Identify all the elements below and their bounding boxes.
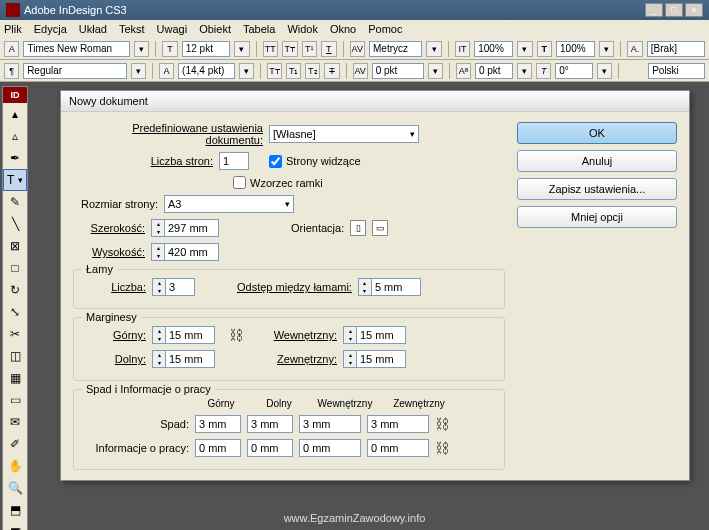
margin-bottom-input[interactable]: ▴▾: [152, 350, 215, 368]
bleed-label: Spad:: [84, 418, 189, 430]
smallcaps-icon[interactable]: Tᴛ: [282, 41, 297, 57]
superscript-icon[interactable]: T¹: [302, 41, 317, 57]
line-tool[interactable]: ╲: [3, 213, 27, 235]
eyedropper-tool[interactable]: ✐: [3, 433, 27, 455]
note-tool[interactable]: ✉: [3, 411, 27, 433]
preset-select[interactable]: [Własne]: [269, 125, 419, 143]
bleed-bottom-input[interactable]: [247, 415, 293, 433]
minimize-button[interactable]: _: [645, 3, 663, 17]
menu-okno[interactable]: Okno: [330, 23, 356, 35]
margin-outside-label: Zewnętrzny:: [257, 353, 337, 365]
link-bleed-icon[interactable]: ⛓: [435, 416, 449, 432]
dropdown-icon[interactable]: ▾: [426, 41, 441, 57]
zoom-tool[interactable]: 🔍: [3, 477, 27, 499]
fewer-options-button[interactable]: Mniej opcji: [517, 206, 677, 228]
button-tool[interactable]: ▭: [3, 389, 27, 411]
menu-uwagi[interactable]: Uwagi: [157, 23, 188, 35]
ok-button[interactable]: OK: [517, 122, 677, 144]
columns-count-input[interactable]: ▴▾: [152, 278, 195, 296]
tracking-field[interactable]: 0 pkt: [372, 63, 424, 79]
free-transform-tool[interactable]: ◫: [3, 345, 27, 367]
font-weight-field[interactable]: Regular: [23, 63, 127, 79]
caps-icon[interactable]: Tᴛ: [267, 63, 282, 79]
subscript2-icon[interactable]: T₂: [305, 63, 320, 79]
app-icon: [6, 3, 20, 17]
rectangle-tool[interactable]: □: [3, 257, 27, 279]
gradient-tool[interactable]: ▦: [3, 367, 27, 389]
rectangle-frame-tool[interactable]: ⊠: [3, 235, 27, 257]
para-panel-icon[interactable]: ¶: [4, 63, 19, 79]
menu-plik[interactable]: Plik: [4, 23, 22, 35]
hscale-field[interactable]: 100%: [474, 41, 513, 57]
selection-tool[interactable]: ▴: [3, 103, 27, 125]
close-button[interactable]: ×: [685, 3, 703, 17]
height-label: Wysokość:: [73, 246, 145, 258]
hand-tool[interactable]: ✋: [3, 455, 27, 477]
menu-tabela[interactable]: Tabela: [243, 23, 275, 35]
width-input[interactable]: ▴▾: [151, 219, 219, 237]
bleed-outside-input[interactable]: [367, 415, 429, 433]
cancel-button[interactable]: Anuluj: [517, 150, 677, 172]
leading-field[interactable]: (14,4 pkt): [178, 63, 235, 79]
dropdown-icon[interactable]: ▾: [517, 63, 532, 79]
menu-edycja[interactable]: Edycja: [34, 23, 67, 35]
baseline-field[interactable]: 0 pkt: [475, 63, 513, 79]
bleed-inside-input[interactable]: [299, 415, 361, 433]
dropdown-icon[interactable]: ▾: [597, 63, 612, 79]
master-frame-checkbox[interactable]: Wzorzec ramki: [233, 176, 323, 189]
rotate-tool[interactable]: ↻: [3, 279, 27, 301]
font-size-field[interactable]: 12 pkt: [182, 41, 230, 57]
slug-outside-input[interactable]: [367, 439, 429, 457]
bleed-top-input[interactable]: [195, 415, 241, 433]
direct-selection-tool[interactable]: ▵: [3, 125, 27, 147]
menu-tekst[interactable]: Tekst: [119, 23, 145, 35]
dropdown-icon[interactable]: ▾: [428, 63, 443, 79]
skew-field[interactable]: 0°: [555, 63, 593, 79]
menu-widok[interactable]: Widok: [287, 23, 318, 35]
dropdown-icon[interactable]: ▾: [234, 41, 249, 57]
orientation-landscape[interactable]: ▭: [372, 220, 388, 236]
link-margins-icon[interactable]: ⛓: [229, 327, 243, 343]
underline-icon[interactable]: T: [321, 41, 336, 57]
vscale-field[interactable]: 100%: [556, 41, 595, 57]
pages-input[interactable]: [219, 152, 249, 170]
dropdown-icon[interactable]: ▾: [599, 41, 614, 57]
char-style-field[interactable]: [Brak]: [647, 41, 705, 57]
link-slug-icon[interactable]: ⛓: [435, 440, 449, 456]
fill-stroke-swap[interactable]: ⬒: [3, 499, 27, 521]
scissors-tool[interactable]: ✂: [3, 323, 27, 345]
margin-top-input[interactable]: ▴▾: [152, 326, 215, 344]
language-field[interactable]: Polski: [648, 63, 705, 79]
save-preset-button[interactable]: Zapisz ustawienia...: [517, 178, 677, 200]
facing-pages-checkbox[interactable]: Strony widzące: [269, 155, 361, 168]
kerning-field[interactable]: Metrycz: [369, 41, 422, 57]
gutter-input[interactable]: ▴▾: [358, 278, 421, 296]
menu-uklad[interactable]: Układ: [79, 23, 107, 35]
slug-top-input[interactable]: [195, 439, 241, 457]
subscript-icon[interactable]: T₁: [286, 63, 301, 79]
columns-count-label: Liczba:: [84, 281, 146, 293]
orientation-portrait[interactable]: ▯: [350, 220, 366, 236]
font-family-field[interactable]: Times New Roman: [23, 41, 129, 57]
dropdown-icon[interactable]: ▾: [239, 63, 254, 79]
page-size-select[interactable]: A3: [164, 195, 294, 213]
pencil-tool[interactable]: ✎: [3, 191, 27, 213]
allcaps-icon[interactable]: TT: [263, 41, 278, 57]
char-panel-icon[interactable]: A: [4, 41, 19, 57]
type-tool[interactable]: T: [3, 169, 27, 191]
dropdown-icon[interactable]: ▾: [134, 41, 149, 57]
dropdown-icon[interactable]: ▾: [517, 41, 532, 57]
menu-pomoc[interactable]: Pomoc: [368, 23, 402, 35]
height-input[interactable]: ▴▾: [151, 243, 219, 261]
margin-inside-input[interactable]: ▴▾: [343, 326, 406, 344]
menu-obiekt[interactable]: Obiekt: [199, 23, 231, 35]
pen-tool[interactable]: ✒: [3, 147, 27, 169]
dropdown-icon[interactable]: ▾: [131, 63, 146, 79]
maximize-button[interactable]: □: [665, 3, 683, 17]
scale-tool[interactable]: ⤡: [3, 301, 27, 323]
strike-icon[interactable]: T: [324, 63, 339, 79]
slug-bottom-input[interactable]: [247, 439, 293, 457]
slug-inside-input[interactable]: [299, 439, 361, 457]
margin-outside-input[interactable]: ▴▾: [343, 350, 406, 368]
color-toggle[interactable]: ◩: [3, 521, 27, 530]
